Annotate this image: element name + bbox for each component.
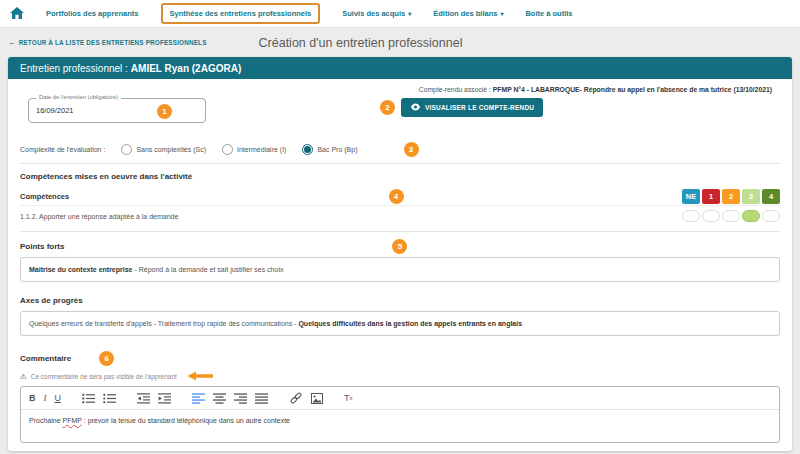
home-icon: [10, 5, 24, 23]
comment-warning: ⚠ Ce commentaire ne sera pas visible de …: [20, 371, 780, 381]
radio-icon: [222, 144, 233, 155]
clear-format-button[interactable]: Tx: [344, 394, 353, 403]
underline-button[interactable]: U: [55, 394, 62, 403]
strengths-textbox[interactable]: Maîtrise du contexte entreprise - Répond…: [20, 257, 780, 282]
competence-label: 1.1.2. Apporter une réponse adaptée à la…: [20, 213, 178, 220]
report-line: Compte-rendu associé : PFMP N°4 - LABARR…: [380, 86, 772, 93]
scale-ne: NE: [682, 189, 700, 204]
scale-4: 4: [762, 189, 780, 204]
radio-intermediaire[interactable]: Intermédiaire (I): [222, 144, 286, 155]
radio-icon-selected: [302, 144, 313, 155]
align-left-button[interactable]: [192, 393, 205, 404]
date-input[interactable]: [29, 99, 205, 122]
comment-editor-body[interactable]: Prochaine PFMP : prévoir la tenue du sta…: [21, 410, 779, 442]
nav-item-suivis-acquis[interactable]: Suivis des acquis: [342, 9, 411, 18]
scale-1: 1: [702, 189, 720, 204]
competence-rating-pill-3-selected[interactable]: [742, 210, 760, 222]
student-name: AMIEL Ryan (2AGORA): [131, 63, 241, 74]
report-value: PFMP N°4 - LABARROQUE- Répondre au appel…: [493, 86, 772, 93]
entretien-form-card: Entretien professionnel : AMIEL Ryan (2A…: [8, 57, 792, 451]
competence-rating-pill-4[interactable]: [762, 210, 780, 222]
back-to-list-link[interactable]: RETOUR À LA LISTE DES ENTRETIENS PROFESS…: [8, 38, 207, 47]
view-report-button[interactable]: VISUALISER LE COMPTE-RENDU: [401, 98, 543, 117]
sub-header: RETOUR À LA LISTE DES ENTRETIENS PROFESS…: [0, 28, 800, 57]
competences-header-row: Compétences 4 NE 1 2 3 4: [20, 188, 780, 206]
competence-rating-pill-1[interactable]: [702, 210, 720, 222]
report-label: Compte-rendu associé :: [419, 86, 493, 93]
page-title: Création d'un entretien professionnel: [259, 36, 463, 50]
report-block: Compte-rendu associé : PFMP N°4 - LABARR…: [380, 86, 772, 117]
nav-item-synthese-entretiens[interactable]: Synthèse des entretiens professionnels: [161, 3, 321, 24]
radio-sans-complexites[interactable]: Sans complexités (Sc): [121, 144, 206, 155]
unordered-list-button[interactable]: [103, 393, 116, 404]
card-banner: Entretien professionnel : AMIEL Ryan (2A…: [8, 57, 792, 79]
improvements-section: Axes de progrès Quelques erreurs de tran…: [20, 296, 780, 336]
divider: [20, 231, 780, 232]
competence-rating-pill-2[interactable]: [722, 210, 740, 222]
align-justify-button[interactable]: [255, 393, 268, 404]
step-badge-1: 1: [157, 104, 172, 119]
competence-row: 1.1.2. Apporter une réponse adaptée à la…: [20, 206, 780, 226]
complexity-row: Complexité de l'évaluation : Sans comple…: [20, 135, 780, 163]
indent-button[interactable]: [158, 393, 171, 404]
competences-column-header: Compétences: [20, 192, 69, 201]
nav-item-edition-bilans[interactable]: Édition des bilans: [433, 9, 503, 18]
bold-button[interactable]: B: [29, 394, 36, 403]
improvements-title: Axes de progrès: [20, 296, 780, 305]
competence-rating-pill-ne[interactable]: [682, 210, 700, 222]
scale-2: 2: [722, 189, 740, 204]
image-button[interactable]: [311, 393, 323, 404]
link-button[interactable]: [289, 392, 303, 404]
align-center-button[interactable]: [213, 393, 226, 404]
ordered-list-button[interactable]: [82, 393, 95, 404]
arrow-left-icon: [187, 371, 213, 381]
date-and-report-row: Date de l'entretien (obligatoire) 1 Comp…: [20, 79, 780, 135]
improvements-textbox[interactable]: Quelques erreurs de transferts d'appels …: [20, 311, 780, 336]
strengths-section: Points forts 5 Maîtrise du contexte entr…: [20, 242, 780, 282]
outdent-button[interactable]: [137, 393, 150, 404]
eye-icon: [410, 103, 421, 112]
date-field: Date de l'entretien (obligatoire) 1: [28, 98, 206, 123]
radio-icon: [121, 144, 132, 155]
divider: [20, 163, 780, 164]
rich-text-editor: B I U: [20, 386, 780, 443]
step-badge-5: 5: [392, 239, 407, 254]
step-badge-6: 6: [99, 351, 114, 366]
step-badge-2: 2: [380, 100, 395, 115]
radio-bac-pro[interactable]: Bac Pro (Bp): [302, 144, 357, 155]
step-badge-3: 3: [404, 142, 419, 157]
competences-section-title: Compétences mises en oeuvre dans l'activ…: [20, 172, 780, 181]
nav-item-boite-outils[interactable]: Boîte à outils: [525, 9, 572, 18]
italic-button[interactable]: I: [44, 394, 47, 403]
editor-toolbar: B I U: [21, 387, 779, 410]
warning-icon: ⚠: [20, 372, 27, 381]
comment-section: Commentaire 6 ⚠ Ce commentaire ne sera p…: [20, 351, 780, 443]
comment-title: Commentaire: [20, 354, 71, 363]
step-badge-4: 4: [389, 189, 404, 204]
nav-item-portfolios[interactable]: Portfolios des apprenants: [46, 9, 139, 18]
complexity-label: Complexité de l'évaluation :: [20, 146, 105, 153]
home-button[interactable]: [10, 5, 24, 23]
misspelled-word: PFMP: [62, 417, 81, 424]
top-nav: Portfolios des apprenants Synthèse des e…: [0, 0, 800, 28]
banner-label: Entretien professionnel :: [20, 63, 128, 74]
align-right-button[interactable]: [234, 393, 247, 404]
scale-3: 3: [742, 189, 760, 204]
rating-scale-legend: NE 1 2 3 4: [682, 189, 780, 204]
